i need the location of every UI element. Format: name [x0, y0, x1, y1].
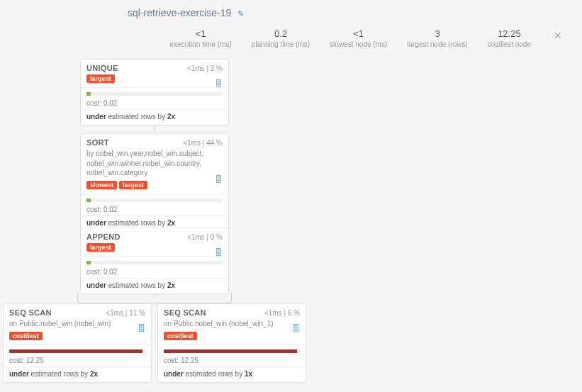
database-icon: 🗄 [215, 175, 223, 184]
node-meta: <1ms | 11 % [106, 309, 145, 317]
node-sub: on Public.nobel_win (nobel_win_1) [158, 319, 306, 332]
stat-slowest: <1slowest node (ms) [330, 28, 387, 48]
plan-canvas: UNIQUE<1ms | 2 % largest🗄 cost: 0.02 und… [0, 57, 582, 383]
edit-icon[interactable]: ✎ [237, 9, 244, 18]
node-title: UNIQUE [86, 64, 118, 72]
stat-costliest: 12.25costliest node [488, 28, 531, 48]
node-meta: <1ms | 0 % [187, 233, 223, 241]
node-title: APPEND [86, 233, 121, 241]
badge-largest: largest [86, 243, 115, 252]
close-icon[interactable]: ✕ [551, 30, 565, 41]
node-title: SEQ SCAN [9, 308, 52, 317]
node-meta: <1ms | 2 % [187, 65, 223, 72]
badge-largest: largest [119, 181, 147, 189]
cost-text: cost: 12.25 [158, 354, 306, 366]
node-append[interactable]: APPEND<1ms | 0 % largest🗄 cost: 0.02 und… [80, 228, 229, 294]
database-icon: 🗄 [138, 324, 145, 332]
cost-text: cost: 0.02 [81, 97, 228, 109]
database-icon: 🗄 [292, 324, 300, 332]
connector [155, 293, 155, 299]
badge-largest: largest [86, 74, 115, 83]
estimate-text: under estimated rows by 2x [81, 109, 228, 125]
node-seqscan-2[interactable]: SEQ SCAN<1ms | 6 % on Public.nobel_win (… [157, 303, 306, 383]
stats-bar: <1execution time (ms) 0.2planning time (… [0, 18, 582, 57]
cost-text: cost: 0.02 [81, 266, 228, 278]
page-title: sql-retrieve-exercise-19 [128, 7, 231, 18]
stat-execution: <1execution time (ms) [170, 28, 232, 48]
estimate-text: under estimated rows by 2x [4, 366, 151, 382]
header: sql-retrieve-exercise-19 ✎ [0, 0, 582, 18]
badge-slowest: slowest [86, 181, 117, 189]
node-title: SEQ SCAN [164, 308, 206, 317]
cost-text: cost: 12.25 [4, 354, 151, 366]
stat-planning: 0.2planning time (ms) [252, 28, 310, 48]
cost-text: cost: 0.02 [81, 203, 228, 215]
badge-costliest: costliest [9, 332, 43, 340]
database-icon: 🗄 [215, 248, 223, 257]
node-sort[interactable]: SORT<1ms | 44 % by nobel_win.year,nobel_… [80, 133, 229, 232]
estimate-text: under estimated rows by 2x [81, 278, 228, 293]
node-sub: on Public.nobel_win (nobel_win) [4, 319, 151, 332]
badge-costliest: costliest [164, 332, 197, 340]
node-unique[interactable]: UNIQUE<1ms | 2 % largest🗄 cost: 0.02 und… [80, 59, 229, 125]
node-sub: by nobel_win.year,nobel_win.subject, nob… [81, 149, 228, 181]
node-meta: <1ms | 6 % [264, 309, 300, 317]
stat-largest: 3largest node (rows) [407, 28, 468, 48]
node-title: SORT [86, 138, 109, 147]
estimate-text: under estimated rows by 1x [158, 366, 306, 382]
node-meta: <1ms | 44 % [183, 139, 223, 147]
node-seqscan-1[interactable]: SEQ SCAN<1ms | 11 % on Public.nobel_win … [3, 303, 152, 383]
database-icon: 🗄 [215, 79, 223, 88]
